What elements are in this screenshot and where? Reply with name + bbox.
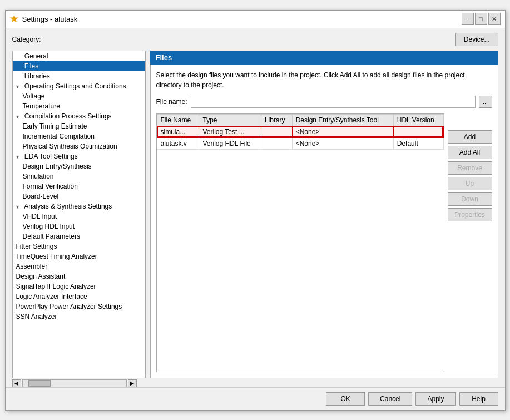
sidebar-label-assistant: Design Assistant xyxy=(16,273,66,280)
collapse-icon: ▾ xyxy=(16,204,23,210)
action-buttons: Add Add All Remove Up Down Properties xyxy=(448,113,492,372)
help-button[interactable]: Help xyxy=(459,392,498,406)
main-panel: General Files Libraries ▾ Operating Sett… xyxy=(6,51,505,378)
collapse-icon: ▾ xyxy=(16,113,23,120)
sidebar-item-design-entry[interactable]: Design Entry/Synthesis xyxy=(13,161,145,171)
window-title: Settings - alutask xyxy=(22,15,78,23)
sidebar-item-simulation[interactable]: Simulation xyxy=(13,171,145,181)
table-row[interactable]: simula... Verilog Test ... <None> xyxy=(157,126,443,137)
panel-header: Files xyxy=(150,51,498,65)
apply-button[interactable]: Apply xyxy=(415,392,455,406)
scroll-left-button[interactable]: ◀ xyxy=(12,379,21,387)
sidebar-label-fitter: Fitter Settings xyxy=(16,243,57,250)
sidebar-label-operating: Operating Settings and Conditions xyxy=(24,82,126,90)
sidebar-item-default-params[interactable]: Default Parameters xyxy=(13,231,145,241)
sidebar-label-analysis: Analysis & Synthesis Settings xyxy=(24,202,112,210)
sidebar-label-signaltap: SignalTap II Logic Analyzer xyxy=(16,283,96,290)
sidebar-item-ssn[interactable]: SSN Analyzer xyxy=(13,312,145,322)
sidebar-item-assembler[interactable]: Assembler xyxy=(13,261,145,271)
down-button[interactable]: Down xyxy=(448,192,492,206)
app-icon xyxy=(10,14,19,23)
col-design-tool: Design Entry/Synthesis Tool xyxy=(292,114,393,126)
sidebar-label-eda: EDA Tool Settings xyxy=(24,152,78,160)
title-buttons: − □ ✕ xyxy=(462,13,501,25)
sidebar-label-board: Board-Level xyxy=(23,192,59,200)
sidebar-label-compilation: Compilation Process Settings xyxy=(24,112,112,120)
cell-type: Verilog HDL File xyxy=(199,137,261,149)
add-all-button[interactable]: Add All xyxy=(448,146,492,159)
sidebar-label-voltage: Voltage xyxy=(23,92,45,100)
sidebar-label-assembler: Assembler xyxy=(16,263,48,270)
sidebar-item-logic-analyzer[interactable]: Logic Analyzer Interface xyxy=(13,291,145,302)
sidebar-item-vhdl[interactable]: VHDL Input xyxy=(13,211,145,221)
sidebar-item-general[interactable]: General xyxy=(13,51,145,61)
sidebar-item-operating-settings[interactable]: ▾ Operating Settings and Conditions xyxy=(13,81,145,91)
content-area: Category: Device... General Files Librar… xyxy=(6,28,505,410)
sidebar-label-formal: Formal Verification xyxy=(23,182,78,190)
sidebar-item-board-level[interactable]: Board-Level xyxy=(13,191,145,201)
sidebar-item-voltage[interactable]: Voltage xyxy=(13,91,145,101)
device-button[interactable]: Device... xyxy=(455,33,498,46)
sidebar-label-vhdl: VHDL Input xyxy=(23,213,57,220)
minimize-button[interactable]: − xyxy=(462,13,474,25)
sidebar-item-design-assistant[interactable]: Design Assistant xyxy=(13,271,145,281)
table-row[interactable]: alutask.v Verilog HDL File <None> Defaul… xyxy=(157,137,443,149)
bottom-bar: OK Cancel Apply Help xyxy=(6,387,505,410)
close-button[interactable]: ✕ xyxy=(488,13,501,25)
remove-button[interactable]: Remove xyxy=(448,161,492,175)
sidebar-item-fitter[interactable]: Fitter Settings xyxy=(13,241,145,251)
sidebar-item-incremental[interactable]: Incremental Compilation xyxy=(13,131,145,141)
sidebar-label-incremental: Incremental Compilation xyxy=(23,132,95,140)
sidebar-label-powerplay: PowerPlay Power Analyzer Settings xyxy=(16,303,122,310)
cancel-button[interactable]: Cancel xyxy=(368,392,412,406)
maximize-button[interactable]: □ xyxy=(475,13,487,25)
cell-hdl xyxy=(393,126,443,137)
sidebar-item-temperature[interactable]: Temperature xyxy=(13,101,145,111)
sidebar-item-files[interactable]: Files xyxy=(13,61,145,71)
sidebar-item-compilation[interactable]: ▾ Compilation Process Settings xyxy=(13,111,145,121)
top-bar: Category: Device... xyxy=(6,28,505,51)
sidebar-item-physical-synthesis[interactable]: Physical Synthesis Optimization xyxy=(13,141,145,151)
sidebar-label-ssn: SSN Analyzer xyxy=(16,313,57,320)
right-panel: Files Select the design files you want t… xyxy=(150,51,498,378)
sidebar-item-signaltap[interactable]: SignalTap II Logic Analyzer xyxy=(13,281,145,291)
browse-button[interactable]: ... xyxy=(479,96,492,108)
table-section: File Name Type Library Design Entry/Synt… xyxy=(156,113,492,372)
sidebar-item-powerplay[interactable]: PowerPlay Power Analyzer Settings xyxy=(13,302,145,312)
sidebar-label-logic: Logic Analyzer Interface xyxy=(16,293,87,300)
file-name-row: File name: ... xyxy=(156,96,492,108)
sidebar-item-timequest[interactable]: TimeQuest Timing Analyzer xyxy=(13,251,145,261)
title-bar-left: Settings - alutask xyxy=(10,14,78,23)
up-button[interactable]: Up xyxy=(448,177,492,190)
settings-window: Settings - alutask − □ ✕ Category: Devic… xyxy=(5,10,506,411)
sidebar-item-analysis-synthesis[interactable]: ▾ Analysis & Synthesis Settings xyxy=(13,201,145,211)
sidebar-label-libraries: Libraries xyxy=(24,72,50,80)
add-button[interactable]: Add xyxy=(448,130,492,144)
sidebar-label-timequest: TimeQuest Timing Analyzer xyxy=(16,253,97,260)
scroll-right-button[interactable]: ▶ xyxy=(128,379,137,387)
sidebar: General Files Libraries ▾ Operating Sett… xyxy=(12,51,146,378)
file-name-input[interactable] xyxy=(191,96,476,108)
cell-library xyxy=(261,126,292,137)
file-table: File Name Type Library Design Entry/Synt… xyxy=(157,114,444,150)
sidebar-label-files: Files xyxy=(24,62,38,70)
sidebar-label-temperature: Temperature xyxy=(23,102,60,110)
collapse-icon: ▾ xyxy=(16,154,23,160)
horizontal-scrollbar xyxy=(22,379,127,387)
col-filename: File Name xyxy=(157,114,199,126)
right-section: Files Select the design files you want t… xyxy=(150,51,498,378)
cell-design-tool: <None> xyxy=(292,137,393,149)
cell-design-tool: <None> xyxy=(292,126,393,137)
sidebar-item-verilog[interactable]: Verilog HDL Input xyxy=(13,221,145,231)
properties-button[interactable]: Properties xyxy=(448,208,492,221)
cell-library xyxy=(261,137,292,149)
sidebar-label-verilog: Verilog HDL Input xyxy=(23,223,75,230)
panel-body: Select the design files you want to incl… xyxy=(150,65,498,378)
sidebar-item-libraries[interactable]: Libraries xyxy=(13,71,145,81)
col-type: Type xyxy=(199,114,261,126)
ok-button[interactable]: OK xyxy=(326,392,365,406)
sidebar-item-formal-verification[interactable]: Formal Verification xyxy=(13,181,145,191)
sidebar-item-eda-tool[interactable]: ▾ EDA Tool Settings xyxy=(13,151,145,161)
sidebar-item-early-timing[interactable]: Early Timing Estimate xyxy=(13,121,145,131)
cell-type: Verilog Test ... xyxy=(199,126,261,137)
